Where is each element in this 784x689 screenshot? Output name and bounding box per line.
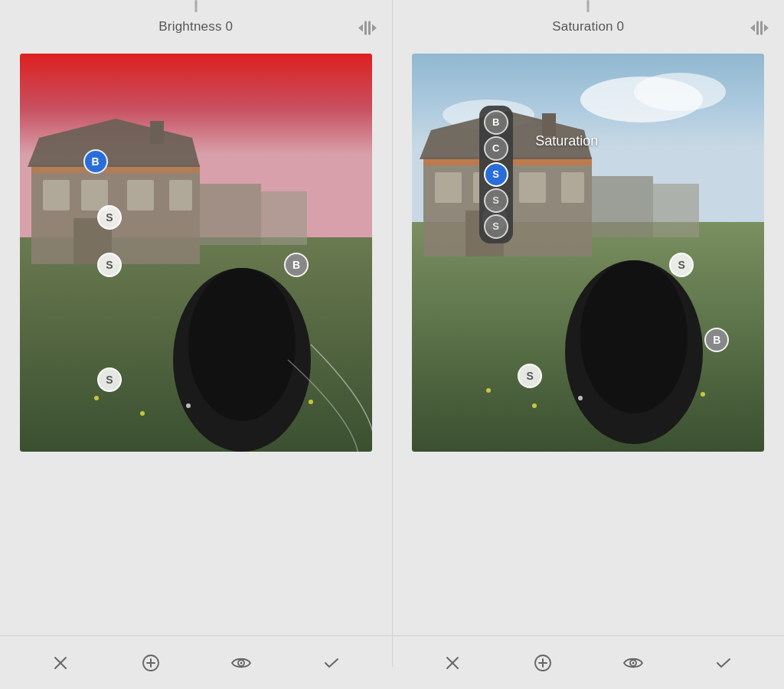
left-image-container: B S S B S [20,54,372,452]
svg-rect-12 [261,191,307,245]
svg-point-54 [632,661,635,664]
left-panel: Brightness 0 [0,0,392,635]
dropdown-menu[interactable]: B C S S S [479,106,513,243]
badge-b-right[interactable]: B [704,328,729,352]
svg-point-38 [532,403,537,408]
svg-rect-11 [200,184,261,245]
svg-rect-27 [435,172,462,203]
left-add-button[interactable] [134,646,168,680]
compare-icon-right[interactable] [750,18,769,36]
right-toolbar [393,636,785,689]
right-cancel-button[interactable] [436,646,469,680]
badge-s-left-3[interactable]: S [97,367,122,392]
right-image-container: B C S S S Saturation S S B S [412,54,764,452]
dropdown-item-c[interactable]: C [484,136,508,161]
right-scene-svg [412,54,764,452]
svg-rect-5 [43,180,70,211]
badge-b-left-bottom[interactable]: B [284,253,309,277]
svg-rect-26 [542,113,556,136]
svg-point-40 [701,392,705,397]
svg-point-21 [634,73,726,111]
left-scene-svg [20,54,372,452]
svg-point-39 [578,396,583,400]
svg-rect-7 [127,180,154,211]
svg-point-36 [580,260,688,413]
right-confirm-button[interactable] [707,646,740,680]
svg-rect-30 [561,172,584,203]
left-eye-button[interactable] [224,646,258,680]
svg-rect-33 [592,176,653,237]
badge-s-right-3[interactable]: S [518,364,542,388]
svg-point-14 [188,268,296,421]
badge-s-left-2[interactable]: S [97,253,122,277]
left-toolbar [0,636,392,689]
bottom-toolbars [0,635,784,689]
left-panel-header: Brightness 0 [0,0,392,54]
svg-rect-10 [31,167,200,173]
right-eye-button[interactable] [616,646,650,680]
right-panel-title: Saturation 0 [552,19,624,34]
svg-point-47 [240,661,242,664]
right-panel: Saturation 0 [393,0,785,635]
svg-rect-34 [653,184,699,237]
svg-rect-4 [150,121,164,144]
svg-point-37 [486,388,491,393]
right-panel-header: Saturation 0 [393,0,785,54]
left-cancel-button[interactable] [44,646,77,680]
left-panel-title: Brightness 0 [158,19,233,34]
badge-s-left-1[interactable]: S [97,205,122,230]
badge-b-left-top[interactable]: B [83,149,108,174]
left-confirm-button[interactable] [315,646,348,680]
svg-rect-29 [519,172,546,203]
svg-point-18 [309,400,313,404]
svg-point-16 [140,411,145,416]
badge-s-right-2[interactable]: S [669,253,694,277]
dropdown-item-s-1[interactable]: S [484,188,508,213]
dropdown-item-s-2[interactable]: S [484,214,508,239]
dropdown-item-s-active[interactable]: S [484,162,508,187]
svg-point-17 [186,403,191,408]
svg-rect-8 [169,180,192,211]
compare-icon-left[interactable] [358,18,377,36]
right-add-button[interactable] [526,646,560,680]
svg-point-15 [94,396,99,400]
dropdown-item-b[interactable]: B [484,110,508,135]
